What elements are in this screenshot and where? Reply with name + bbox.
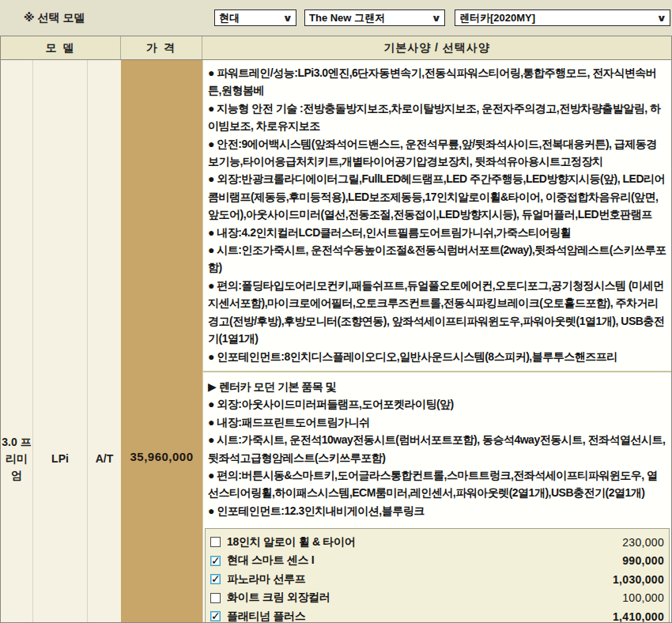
option-row[interactable]: 화이트 크림 외장컬러 100,000 (210, 589, 664, 608)
chevron-down-icon: ∨ (432, 13, 442, 24)
vehicle-price: 35,960,000 (121, 448, 202, 465)
base-spec-line: ● 안전:9에어백시스템(앞좌석어드밴스드, 운전석무릎,앞/뒷좌석사이드,전복… (208, 135, 666, 171)
option-checkbox[interactable] (210, 611, 221, 621)
model-selector-bar: ※ 선택 모델 현대 ∨ The New 그랜저 ∨ 렌터카[2020MY] ∨ (0, 0, 672, 36)
option-row[interactable]: 18인치 알로이 휠 & 타이어 230,000 (210, 533, 664, 552)
trim-name: 3.0 프리미엄 (1, 434, 32, 484)
cell-transmission: A/T (88, 60, 121, 622)
cell-trim: 3.0 프리미엄 (1, 60, 33, 622)
option-checkbox[interactable] (210, 556, 221, 566)
option-label: 현대 스마트 센스 I (227, 553, 314, 568)
option-price: 1,030,000 (613, 573, 664, 586)
option-price: 230,000 (622, 536, 664, 549)
option-label: 플래티넘 플러스 (227, 610, 306, 622)
base-spec-line: ● 인포테인먼트:8인치디스플레이오디오,일반사운드시스템(8스피커),블루투스… (208, 348, 666, 365)
option-checkbox[interactable] (210, 593, 221, 603)
modern-pack-list: ● 외장:아웃사이드미러퍼들램프,도어포켓라이팅(앞) ● 내장:패드프린트도어… (208, 395, 666, 519)
options-panel: 18인치 알로이 휠 & 타이어 230,000 현대 스마트 센스 I 990… (205, 528, 670, 622)
table-header: 모 델 가 격 기본사양 / 선택사양 (0, 36, 672, 60)
model-select[interactable]: The New 그랜저 ∨ (304, 9, 445, 26)
chevron-down-icon: ∨ (283, 13, 293, 24)
option-price: 990,000 (622, 554, 664, 567)
model-select-value: The New 그랜저 (309, 11, 385, 25)
manufacturer-select-value: 현대 (219, 11, 240, 25)
fuel-type: LPi (33, 451, 87, 467)
modern-pack-line: ● 외장:아웃사이드미러퍼들램프,도어포켓라이팅(앞) (208, 395, 666, 413)
spec-content-cell: ● 파워트레인/성능:LPi3.0엔진,6단자동변속기,전동식파워스티어링,통합… (202, 60, 671, 622)
cell-price: 35,960,000 (121, 60, 202, 622)
base-spec-line: ● 내장:4.2인치컬러LCD클러스터,인서트필름도어트림가니쉬,가죽스티어링휠 (208, 224, 666, 241)
modern-pack-line: ● 편의:버튼시동&스마트키,도어글라스통합컨트롤,스마트트렁크,전좌석세이프티… (208, 466, 666, 502)
column-header-spec: 기본사양 / 선택사양 (202, 36, 671, 59)
trim-select[interactable]: 렌터카[2020MY] ∨ (455, 9, 670, 26)
table-body: 3.0 프리미엄 LPi A/T 35,960,000 ● 파워트레인/성능:L… (0, 60, 672, 623)
vehicle-config-page: { "selector": { "label": "※ 선택 모델", "man… (0, 0, 672, 623)
modern-pack-line: ● 시트:가죽시트, 운전석10way전동시트(럼버서포트포함), 동승석4wa… (208, 431, 666, 466)
base-spec-line: ● 지능형 안전 기술 :전방충돌방지보조,차로이탈방지보조, 운전자주의경고,… (208, 100, 666, 135)
transmission-type: A/T (88, 451, 121, 467)
option-row[interactable]: 파노라마 선루프 1,030,000 (210, 570, 664, 589)
modern-pack-line: ● 인포테인먼트:12.3인치내비게이션,블루링크 (208, 502, 666, 519)
column-header-model: 모 델 (1, 36, 121, 59)
section-divider (203, 371, 671, 372)
modern-pack-title: ▶ 렌터카 모던 기본 품목 및 (208, 378, 666, 395)
chevron-down-icon: ∨ (657, 13, 667, 24)
option-price: 1,410,000 (613, 610, 664, 622)
option-checkbox[interactable] (210, 537, 221, 547)
modern-pack-line: ● 내장:패드프린트도어트림가니쉬 (208, 413, 666, 431)
option-row[interactable]: 플래티넘 플러스 1,410,000 (210, 607, 664, 622)
trim-select-value: 렌터카[2020MY] (459, 11, 535, 25)
option-label: 파노라마 선루프 (227, 572, 306, 587)
base-spec-line: ● 편의:폴딩타입도어리모컨키,패들쉬프트,듀얼풀오토에어컨,오토디포그,공기청… (208, 277, 666, 348)
option-price: 100,000 (622, 591, 664, 604)
base-spec-line: ● 외장:반광크롤라디에이터그릴,FullLED헤드램프,LED 주간주행등,L… (208, 170, 666, 223)
manufacturer-select[interactable]: 현대 ∨ (214, 9, 296, 26)
cell-fuel: LPi (33, 60, 88, 622)
base-spec-line: ● 파워트레인/성능:LPi3.0엔진,6단자동변속기,전동식파워스티어링,통합… (208, 64, 666, 100)
option-label: 18인치 알로이 휠 & 타이어 (227, 535, 355, 549)
column-header-price: 가 격 (121, 36, 202, 59)
base-spec-list: ● 파워트레인/성능:LPi3.0엔진,6단자동변속기,전동식파워스티어링,통합… (203, 60, 671, 368)
option-row[interactable]: 현대 스마트 센스 I 990,000 (210, 552, 664, 571)
modern-pack-section: ▶ 렌터카 모던 기본 품목 및 ● 외장:아웃사이드미러퍼들램프,도어포켓라이… (203, 374, 671, 523)
option-checkbox[interactable] (210, 574, 221, 584)
option-label: 화이트 크림 외장컬러 (227, 591, 330, 605)
select-model-label: ※ 선택 모델 (24, 11, 85, 25)
base-spec-line: ● 시트:인조가죽시트, 운전석수동높이조절&전동식럼버서포트(2way),뒷좌… (208, 241, 666, 277)
